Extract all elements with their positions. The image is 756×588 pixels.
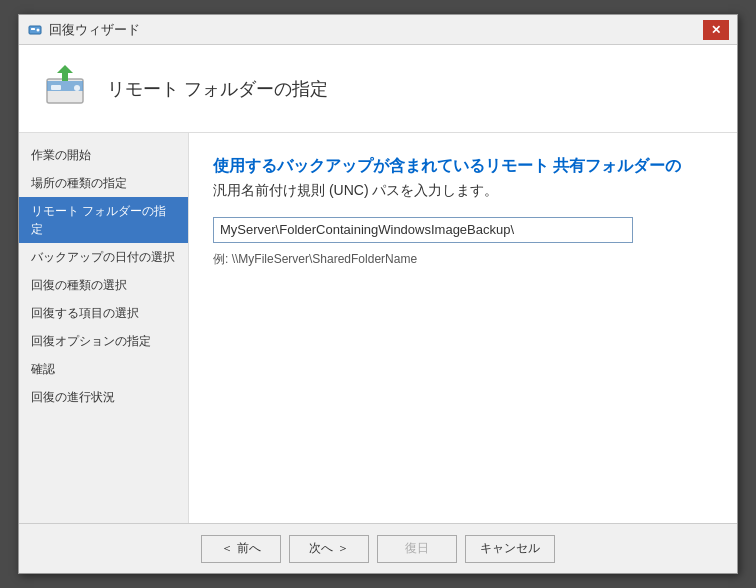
example-text: 例: \\MyFileServer\SharedFolderName — [213, 251, 713, 268]
window-title: 回復ウィザード — [49, 21, 140, 39]
wizard-window: 回復ウィザード ✕ リモート フォルダーの指定 作業の開始 場所の種類の指定 リ… — [18, 14, 738, 574]
svg-rect-1 — [31, 28, 35, 30]
sidebar: 作業の開始 場所の種類の指定 リモート フォルダーの指定 バックアップの日付の選… — [19, 133, 189, 523]
description-normal: 汎用名前付け規則 (UNC) パスを入力します。 — [213, 182, 498, 198]
next-button[interactable]: 次へ ＞ — [289, 535, 369, 563]
cancel-button[interactable]: キャンセル — [465, 535, 555, 563]
main-content: 使用するバックアップが含まれているリモート 共有フォルダーの 汎用名前付け規則 … — [189, 133, 737, 523]
sidebar-item-confirm[interactable]: 確認 — [19, 355, 188, 383]
header-title: リモート フォルダーの指定 — [107, 77, 328, 101]
app-icon — [27, 22, 43, 38]
svg-point-6 — [74, 85, 80, 91]
description-highlight: 使用するバックアップが含まれているリモート 共有フォルダーの — [213, 157, 681, 174]
main-description: 使用するバックアップが含まれているリモート 共有フォルダーの 汎用名前付け規則 … — [213, 153, 713, 201]
content-area: 作業の開始 場所の種類の指定 リモート フォルダーの指定 バックアップの日付の選… — [19, 133, 737, 523]
title-bar: 回復ウィザード ✕ — [19, 15, 737, 45]
sidebar-item-remote-folder[interactable]: リモート フォルダーの指定 — [19, 197, 188, 243]
sidebar-item-recovery-options[interactable]: 回復オプションの指定 — [19, 327, 188, 355]
svg-point-2 — [37, 28, 40, 31]
close-button[interactable]: ✕ — [703, 20, 729, 40]
svg-rect-5 — [51, 85, 61, 90]
title-bar-left: 回復ウィザード — [27, 21, 140, 39]
sidebar-item-recovery-type[interactable]: 回復の種類の選択 — [19, 271, 188, 299]
sidebar-item-recovery-items[interactable]: 回復する項目の選択 — [19, 299, 188, 327]
remote-folder-input[interactable] — [213, 217, 633, 243]
sidebar-item-location-type[interactable]: 場所の種類の指定 — [19, 169, 188, 197]
sidebar-item-progress[interactable]: 回復の進行状況 — [19, 383, 188, 411]
header-section: リモート フォルダーの指定 — [19, 45, 737, 133]
header-icon — [39, 63, 91, 115]
back-button[interactable]: ＜ 前へ — [201, 535, 281, 563]
sidebar-item-start[interactable]: 作業の開始 — [19, 141, 188, 169]
sidebar-item-backup-date[interactable]: バックアップの日付の選択 — [19, 243, 188, 271]
restore-button[interactable]: 復日 — [377, 535, 457, 563]
footer: ＜ 前へ 次へ ＞ 復日 キャンセル — [19, 523, 737, 573]
